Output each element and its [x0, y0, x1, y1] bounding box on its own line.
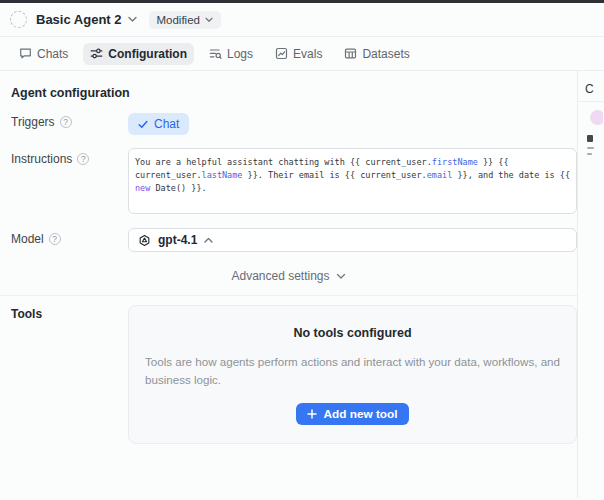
- tools-row: Tools No tools configured Tools are how …: [11, 305, 577, 444]
- model-field: gpt-4.1: [128, 228, 577, 252]
- add-new-tool-button[interactable]: Add new tool: [296, 403, 408, 425]
- tab-label: Datasets: [362, 47, 409, 61]
- agent-avatar-placeholder-icon: [10, 11, 27, 28]
- tools-empty-card: No tools configured Tools are how agents…: [128, 305, 577, 444]
- right-panel-header-text: C: [585, 82, 594, 96]
- tab-logs[interactable]: Logs: [202, 43, 260, 65]
- instructions-row: Instructions ? You are a helpful assista…: [11, 148, 577, 214]
- agent-name: Basic Agent 2: [36, 12, 122, 27]
- tab-evals[interactable]: Evals: [268, 43, 329, 65]
- chevron-down-icon: [336, 273, 346, 280]
- tab-label: Configuration: [108, 47, 187, 61]
- status-badge[interactable]: Modified: [149, 11, 221, 29]
- tools-empty-title: No tools configured: [145, 326, 560, 340]
- section-title: Agent configuration: [11, 86, 577, 100]
- tab-bar: Chats Configuration Logs Evals Datasets: [0, 37, 604, 71]
- sliders-icon: [90, 47, 103, 60]
- instructions-field: You are a helpful assistant chatting wit…: [128, 148, 577, 214]
- model-label: Model: [11, 232, 44, 246]
- instructions-label: Instructions: [11, 152, 72, 166]
- agent-name-dropdown[interactable]: Basic Agent 2: [36, 12, 137, 27]
- configuration-panel: Agent configuration Triggers ? Chat Inst…: [0, 71, 578, 498]
- tab-label: Evals: [293, 47, 322, 61]
- check-icon: [138, 120, 148, 129]
- tools-empty-description: Tools are how agents perform actions and…: [145, 353, 560, 389]
- chevron-down-icon: [205, 17, 213, 23]
- list-search-icon: [209, 47, 222, 60]
- user-avatar: [590, 110, 603, 125]
- tools-field: No tools configured Tools are how agents…: [128, 305, 577, 444]
- model-select[interactable]: gpt-4.1: [128, 228, 577, 252]
- chat-bubble-icon: [19, 47, 32, 60]
- tab-datasets[interactable]: Datasets: [337, 43, 416, 65]
- chat-preview-panel: C: [578, 71, 603, 498]
- openai-logo-icon: [138, 234, 151, 247]
- chevron-down-icon: [128, 16, 137, 23]
- clipped-text-fragment: [587, 147, 594, 149]
- help-icon[interactable]: ?: [49, 233, 61, 245]
- advanced-settings-toggle[interactable]: Advanced settings: [0, 269, 577, 283]
- triggers-label-group: Triggers ?: [11, 113, 128, 135]
- add-new-tool-label: Add new tool: [323, 407, 397, 421]
- help-icon[interactable]: ?: [60, 116, 72, 128]
- tab-configuration[interactable]: Configuration: [83, 43, 194, 65]
- tab-label: Chats: [37, 47, 68, 61]
- triggers-row: Triggers ? Chat: [11, 113, 577, 135]
- triggers-field: Chat: [128, 113, 577, 135]
- section-divider: [0, 295, 577, 296]
- triggers-label: Triggers: [11, 115, 55, 129]
- clipped-text-fragment: [587, 153, 592, 155]
- instructions-label-group: Instructions ?: [11, 148, 128, 214]
- table-icon: [344, 47, 357, 60]
- model-label-group: Model ?: [11, 228, 128, 252]
- tab-chats[interactable]: Chats: [12, 43, 75, 65]
- help-icon[interactable]: ?: [77, 153, 89, 165]
- chart-icon: [275, 47, 288, 60]
- tools-label: Tools: [11, 307, 42, 321]
- tab-label: Logs: [227, 47, 253, 61]
- content-area: Agent configuration Triggers ? Chat Inst…: [0, 71, 604, 498]
- agent-header: Basic Agent 2 Modified: [0, 3, 604, 37]
- chat-trigger-chip[interactable]: Chat: [128, 113, 189, 135]
- model-value: gpt-4.1: [158, 233, 197, 247]
- right-panel-divider: [578, 101, 603, 102]
- chat-trigger-label: Chat: [154, 117, 179, 131]
- advanced-settings-label: Advanced settings: [231, 269, 329, 283]
- plus-icon: [307, 409, 317, 419]
- status-badge-label: Modified: [157, 14, 200, 26]
- model-row: Model ? gpt-4.1: [11, 228, 577, 252]
- instructions-code[interactable]: You are a helpful assistant chatting wit…: [128, 148, 577, 214]
- tools-label-group: Tools: [11, 305, 128, 444]
- clipped-text-fragment: [587, 135, 593, 142]
- chevron-up-icon: [204, 237, 213, 244]
